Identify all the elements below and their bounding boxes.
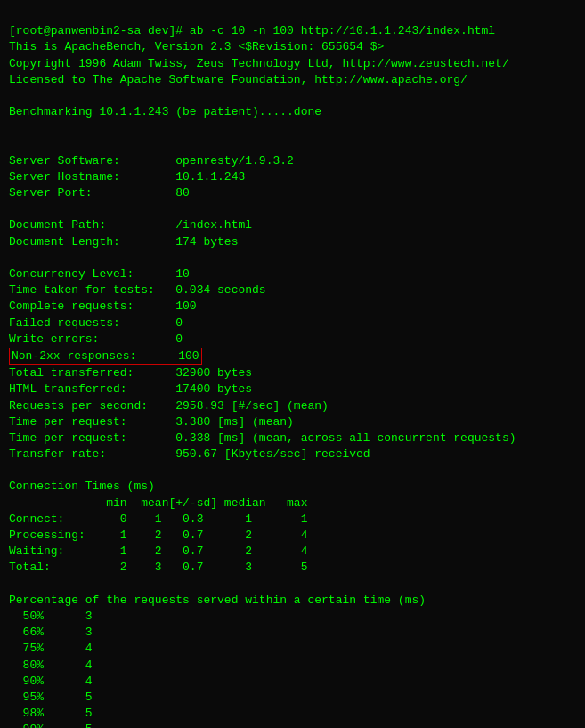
empty-line bbox=[9, 120, 576, 136]
terminal-line-total-transferred: Total transferred: 32900 bytes bbox=[9, 365, 576, 381]
terminal-line-server-port: Server Port: 80 bbox=[9, 185, 576, 201]
terminal-line-server-software: Server Software: openresty/1.9.3.2 bbox=[9, 153, 576, 169]
terminal-line-conn-times: Connection Times (ms) bbox=[9, 479, 576, 495]
terminal-line-failed-req: Failed requests: 0 bbox=[9, 315, 576, 331]
terminal-line-license: Licensed to The Apache Software Foundati… bbox=[9, 72, 576, 88]
terminal-line-cmd: [root@panwenbin2-sa dev]# ab -c 10 -n 10… bbox=[9, 23, 576, 39]
terminal-line-transfer-rate: Transfer rate: 950.67 [Kbytes/sec] recei… bbox=[9, 446, 576, 462]
terminal-line-time-per-req2: Time per request: 0.338 [ms] (mean, acro… bbox=[9, 430, 576, 446]
terminal-line-total: Total: 2 3 0.7 3 5 bbox=[9, 560, 576, 576]
terminal-line-complete-req: Complete requests: 100 bbox=[9, 299, 576, 315]
terminal-line-conn-header: min mean[+/-sd] median max bbox=[9, 495, 576, 511]
empty-line bbox=[9, 462, 576, 479]
terminal-line-processing: Processing: 1 2 0.7 2 4 bbox=[9, 528, 576, 544]
terminal-line-connect: Connect: 0 1 0.3 1 1 bbox=[9, 511, 576, 528]
terminal-line-non2xx: Non-2xx responses: 100 bbox=[9, 348, 576, 365]
terminal-line-write-errors: Write errors: 0 bbox=[9, 331, 576, 348]
empty-line bbox=[9, 577, 576, 593]
terminal-line-p99: 99% 5 bbox=[9, 722, 576, 728]
empty-line bbox=[9, 201, 576, 217]
empty-line bbox=[9, 250, 576, 266]
terminal-line-p75: 75% 4 bbox=[9, 641, 576, 657]
terminal-line-time-tests: Time taken for tests: 0.034 seconds bbox=[9, 282, 576, 299]
terminal-line-p66: 66% 3 bbox=[9, 625, 576, 641]
terminal-line-concurrency: Concurrency Level: 10 bbox=[9, 266, 576, 282]
terminal-line-p95: 95% 5 bbox=[9, 690, 576, 706]
empty-line bbox=[9, 88, 576, 104]
empty-line bbox=[9, 137, 576, 153]
terminal-line-p90: 90% 4 bbox=[9, 674, 576, 690]
terminal-line-copyright: Copyright 1996 Adam Twiss, Zeus Technolo… bbox=[9, 56, 576, 72]
terminal-line-doc-length: Document Length: 174 bytes bbox=[9, 234, 576, 250]
terminal-line-req-per-sec: Requests per second: 2958.93 [#/sec] (me… bbox=[9, 398, 576, 414]
terminal-line-doc-path: Document Path: /index.html bbox=[9, 217, 576, 233]
terminal-line-benchmarking: Benchmarking 10.1.1.243 (be patient)....… bbox=[9, 104, 576, 120]
terminal-window: [root@panwenbin2-sa dev]# ab -c 10 -n 10… bbox=[9, 7, 576, 728]
terminal-line-percentage-header: Percentage of the requests served within… bbox=[9, 593, 576, 609]
terminal-line-p98: 98% 5 bbox=[9, 706, 576, 722]
terminal-line-server-hostname: Server Hostname: 10.1.1.243 bbox=[9, 169, 576, 185]
terminal-line-p50: 50% 3 bbox=[9, 609, 576, 625]
terminal-line-html-transferred: HTML transferred: 17400 bytes bbox=[9, 381, 576, 397]
terminal-line-time-per-req1: Time per request: 3.380 [ms] (mean) bbox=[9, 414, 576, 430]
terminal-line-version: This is ApacheBench, Version 2.3 <$Revis… bbox=[9, 39, 576, 55]
terminal-line-p80: 80% 4 bbox=[9, 658, 576, 674]
terminal-line-waiting: Waiting: 1 2 0.7 2 4 bbox=[9, 544, 576, 560]
highlighted-row: Non-2xx responses: 100 bbox=[9, 348, 202, 365]
